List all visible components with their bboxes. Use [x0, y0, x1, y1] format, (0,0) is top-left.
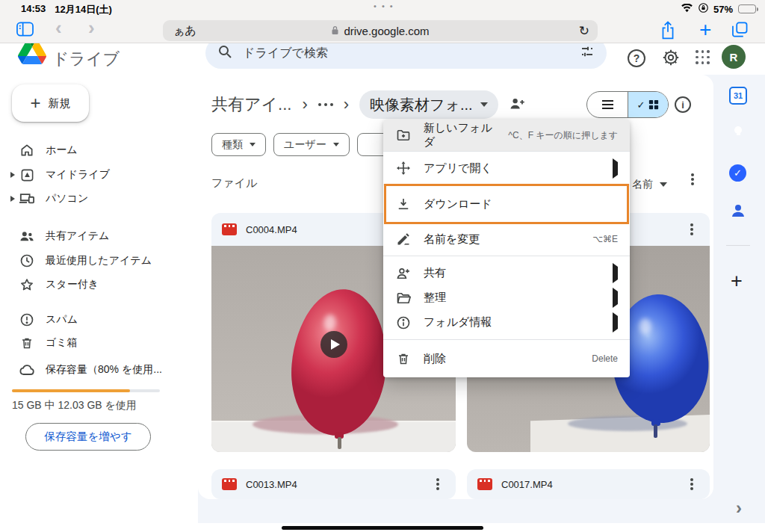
- clock-icon: [18, 253, 36, 268]
- info-icon[interactable]: i: [675, 96, 691, 113]
- submenu-arrow-icon: [613, 316, 618, 329]
- home-icon: [18, 143, 36, 158]
- menu-item-new-folder[interactable]: 新しいフォルダ ^C、F キーの順に押します: [383, 120, 630, 151]
- computers-icon: [18, 191, 36, 206]
- breadcrumb-root[interactable]: 共有アイ...: [211, 93, 291, 116]
- file-card-c0013[interactable]: C0013.MP4: [211, 469, 456, 499]
- sidebar-item-my-drive[interactable]: マイドライブ: [7, 163, 188, 187]
- drive-page: ドライブ ドライブで検索 ? R + 新規 ホーム マイドライブ: [0, 43, 765, 523]
- battery-icon: [738, 4, 756, 13]
- apps-grid-icon[interactable]: [696, 50, 710, 65]
- tasks-icon[interactable]: ✓: [729, 164, 746, 182]
- menu-item-share[interactable]: 共有: [383, 261, 630, 285]
- sidebar-item-computers[interactable]: パソコン: [7, 187, 188, 211]
- grid-view-button[interactable]: ✓: [628, 92, 668, 117]
- shortcut-hint: ^C、F キーの順に押します: [508, 129, 618, 142]
- breadcrumb-separator: ›: [302, 95, 307, 114]
- menu-item-folder-info[interactable]: フォルダ情報: [383, 310, 630, 335]
- panel-collapse-chevron-icon[interactable]: ›: [736, 498, 742, 519]
- star-icon: [18, 277, 36, 292]
- expand-arrow-icon[interactable]: [10, 196, 15, 202]
- list-view-button[interactable]: [587, 92, 628, 117]
- menu-item-delete[interactable]: 削除 Delete: [383, 340, 630, 377]
- forward-icon[interactable]: ›: [88, 16, 95, 40]
- chevron-down-icon: [660, 182, 667, 187]
- lock-icon: [331, 25, 339, 37]
- menu-item-rename[interactable]: 名前を変更 ⌥⌘E: [383, 223, 630, 256]
- play-button[interactable]: [320, 331, 347, 358]
- add-panel-icon[interactable]: +: [731, 270, 743, 293]
- breadcrumb: 共有アイ... › › 映像素材フォ...: [211, 90, 526, 120]
- trash-icon: [18, 336, 36, 350]
- chevron-down-icon: [333, 143, 339, 146]
- files-section-title: ファイル: [211, 176, 257, 191]
- card-kebab-icon[interactable]: [684, 477, 699, 492]
- video-file-icon: [222, 223, 237, 235]
- browser-toolbar: ‹ › ぁあ drive.google.com ↻ +: [0, 18, 765, 43]
- storage-usage-text: 15 GB 中 12.03 GB を使用: [12, 399, 137, 412]
- list-options-kebab-icon[interactable]: [685, 172, 700, 187]
- sidebar-item-home[interactable]: ホーム: [7, 138, 188, 162]
- file-card-c0017[interactable]: C0017.MP4: [467, 469, 710, 499]
- search-input[interactable]: ドライブで検索: [243, 46, 569, 61]
- shortcut-hint: Delete: [592, 353, 618, 364]
- avatar[interactable]: R: [722, 45, 746, 69]
- get-more-storage-button[interactable]: 保存容量を増やす: [25, 423, 151, 451]
- share-icon[interactable]: [660, 21, 675, 43]
- menu-item-organize[interactable]: 整理: [383, 285, 630, 310]
- search-bar[interactable]: ドライブで検索: [205, 43, 607, 69]
- tabs-icon[interactable]: [732, 22, 748, 40]
- storage-progress-bar: [12, 389, 160, 392]
- sidebar-item-recent[interactable]: 最近使用したアイテム: [7, 249, 188, 273]
- folder-info-icon: [395, 315, 412, 330]
- filter-chip-type[interactable]: 種類: [211, 133, 266, 156]
- card-kebab-icon[interactable]: [684, 222, 699, 237]
- home-indicator[interactable]: [282, 526, 483, 530]
- file-name: C0017.MP4: [501, 479, 675, 490]
- new-tab-icon[interactable]: +: [699, 18, 711, 42]
- video-file-icon: [222, 478, 237, 490]
- submenu-arrow-icon: [613, 291, 618, 304]
- list-icon: [602, 104, 613, 105]
- help-icon[interactable]: ?: [628, 49, 645, 67]
- clock: 14:53: [21, 3, 46, 16]
- sidebar-item-shared[interactable]: 共有アイテム: [7, 224, 188, 248]
- sidebar-toggle-icon[interactable]: [16, 22, 34, 40]
- rename-pencil-icon: [395, 232, 412, 247]
- sidebar-item-trash[interactable]: ゴミ箱: [7, 331, 188, 355]
- new-folder-icon: [395, 128, 412, 143]
- calendar-icon[interactable]: 31: [729, 87, 747, 105]
- annotation-highlight-box: [384, 184, 629, 224]
- sidebar-item-starred[interactable]: スター付き: [7, 273, 188, 297]
- sort-button[interactable]: 名前: [632, 178, 667, 191]
- check-icon: ✓: [637, 99, 645, 111]
- card-kebab-icon[interactable]: [430, 477, 445, 492]
- new-button[interactable]: + 新規: [12, 84, 89, 122]
- current-folder-dropdown[interactable]: 映像素材フォ...: [359, 90, 498, 119]
- sidebar-item-storage[interactable]: 保存容量（80% を使用...: [7, 358, 188, 382]
- handoff-dots-icon: • • •: [374, 1, 394, 10]
- orientation-lock-icon: [699, 3, 708, 15]
- sidebar-item-spam[interactable]: スパム: [7, 308, 188, 332]
- manage-members-icon[interactable]: [509, 96, 526, 114]
- back-icon[interactable]: ‹: [55, 16, 62, 40]
- reader-options-button[interactable]: ぁあ: [173, 24, 196, 38]
- search-icon: [217, 44, 232, 62]
- plus-icon: +: [30, 94, 40, 112]
- address-bar[interactable]: ぁあ drive.google.com ↻: [163, 20, 598, 41]
- breadcrumb-ellipsis-button[interactable]: [318, 103, 333, 106]
- drive-logo: [18, 43, 46, 67]
- my-drive-icon: [18, 168, 36, 182]
- view-toggle: ✓: [586, 91, 669, 118]
- expand-arrow-icon[interactable]: [10, 172, 15, 178]
- filter-chip-user[interactable]: ユーザー: [273, 133, 350, 156]
- open-with-icon: [395, 161, 412, 176]
- screen: 14:53 12月14日(土) • • • 57% ‹ › ぁあ drive.g…: [0, 0, 765, 532]
- chevron-down-icon: [480, 102, 488, 107]
- menu-item-open-with[interactable]: アプリで開く: [383, 152, 630, 185]
- contacts-icon[interactable]: [729, 202, 747, 223]
- menu-item-download[interactable]: ダウンロード: [383, 185, 630, 223]
- reload-icon[interactable]: ↻: [579, 23, 589, 39]
- search-options-icon[interactable]: [580, 44, 595, 62]
- settings-gear-icon[interactable]: [662, 49, 680, 69]
